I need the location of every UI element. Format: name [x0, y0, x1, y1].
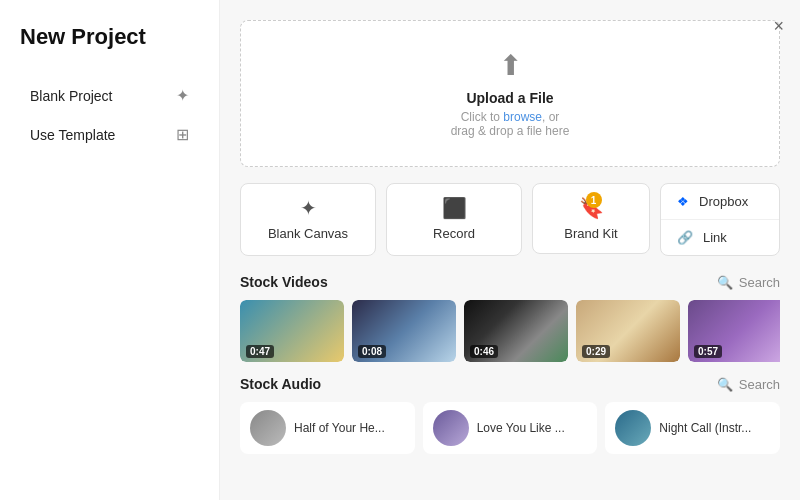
stock-videos-list: 0:47 0:08 0:46 0:29 0:57	[240, 300, 780, 362]
audio-item-1[interactable]: Half of Your He...	[240, 402, 415, 454]
audio-search-icon: 🔍	[717, 377, 733, 392]
link-button[interactable]: 🔗 Link	[661, 220, 779, 255]
brand-kit-wrapper: 🔖 1 Brand Kit	[532, 183, 650, 256]
dropbox-area: ❖ Dropbox 🔗 Link	[660, 183, 780, 256]
source-options: ✦ Blank Canvas ⬛ Record 🔖 1 Brand Kit ❖	[240, 183, 780, 256]
record-icon: ⬛	[442, 196, 467, 220]
upload-area[interactable]: ⬆ Upload a File Click to browse, ordrag …	[240, 20, 780, 167]
audio-thumb-3	[615, 410, 651, 446]
audio-list: Half of Your He... Love You Like ... Nig…	[240, 402, 780, 454]
dropbox-icon: ❖	[677, 194, 689, 209]
stock-videos-title: Stock Videos	[240, 274, 328, 290]
audio-label-3: Night Call (Instr...	[659, 421, 751, 435]
search-icon: 🔍	[717, 275, 733, 290]
brand-kit-button[interactable]: 🔖 1 Brand Kit	[532, 183, 650, 254]
stock-videos-search[interactable]: 🔍 Search	[717, 275, 780, 290]
stock-audio-search-label: Search	[739, 377, 780, 392]
stock-audio-header: Stock Audio 🔍 Search	[240, 376, 780, 392]
video-thumb-3[interactable]: 0:46	[464, 300, 568, 362]
video-duration-1: 0:47	[246, 345, 274, 358]
sidebar-item-blank-project[interactable]: Blank Project ✦	[20, 78, 199, 113]
upload-subtitle: Click to browse, ordrag & drop a file he…	[451, 110, 570, 138]
video-duration-4: 0:29	[582, 345, 610, 358]
upload-icon: ⬆	[499, 49, 522, 82]
stock-videos-search-label: Search	[739, 275, 780, 290]
brand-kit-label: Brand Kit	[564, 226, 617, 241]
stock-audio-title: Stock Audio	[240, 376, 321, 392]
blank-project-label: Blank Project	[30, 88, 112, 104]
sidebar-item-use-template[interactable]: Use Template ⊞	[20, 117, 199, 152]
browse-link[interactable]: browse	[503, 110, 542, 124]
stock-audio-section: Stock Audio 🔍 Search Half of Your He... …	[240, 376, 780, 454]
stock-videos-header: Stock Videos 🔍 Search	[240, 274, 780, 290]
audio-thumb-2	[433, 410, 469, 446]
record-label: Record	[433, 226, 475, 241]
audio-item-2[interactable]: Love You Like ...	[423, 402, 598, 454]
use-template-label: Use Template	[30, 127, 115, 143]
video-thumb-4[interactable]: 0:29	[576, 300, 680, 362]
audio-item-3[interactable]: Night Call (Instr...	[605, 402, 780, 454]
video-thumb-1[interactable]: 0:47	[240, 300, 344, 362]
dropbox-button[interactable]: ❖ Dropbox	[661, 184, 779, 220]
video-duration-3: 0:46	[470, 345, 498, 358]
audio-label-1: Half of Your He...	[294, 421, 385, 435]
blank-canvas-button[interactable]: ✦ Blank Canvas	[240, 183, 376, 256]
modal-title: New Project	[20, 24, 199, 50]
dropbox-label: Dropbox	[699, 194, 748, 209]
link-label: Link	[703, 230, 727, 245]
link-icon: 🔗	[677, 230, 693, 245]
new-project-modal: × New Project Blank Project ✦ Use Templa…	[0, 0, 800, 500]
main-content: ⬆ Upload a File Click to browse, ordrag …	[220, 0, 800, 500]
close-button[interactable]: ×	[773, 16, 784, 37]
audio-thumb-1	[250, 410, 286, 446]
sidebar: New Project Blank Project ✦ Use Template…	[0, 0, 220, 500]
video-thumb-5[interactable]: 0:57	[688, 300, 780, 362]
stock-audio-search[interactable]: 🔍 Search	[717, 377, 780, 392]
blank-canvas-label: Blank Canvas	[268, 226, 348, 241]
template-icon: ⊞	[176, 125, 189, 144]
video-duration-5: 0:57	[694, 345, 722, 358]
stock-videos-section: Stock Videos 🔍 Search 0:47 0:08 0:46	[240, 274, 780, 362]
brand-kit-badge: 1	[586, 192, 602, 208]
record-button[interactable]: ⬛ Record	[386, 183, 522, 256]
audio-label-2: Love You Like ...	[477, 421, 565, 435]
upload-title: Upload a File	[466, 90, 553, 106]
canvas-icon: ✦	[300, 196, 317, 220]
sparkle-icon: ✦	[176, 86, 189, 105]
video-thumb-2[interactable]: 0:08	[352, 300, 456, 362]
video-duration-2: 0:08	[358, 345, 386, 358]
